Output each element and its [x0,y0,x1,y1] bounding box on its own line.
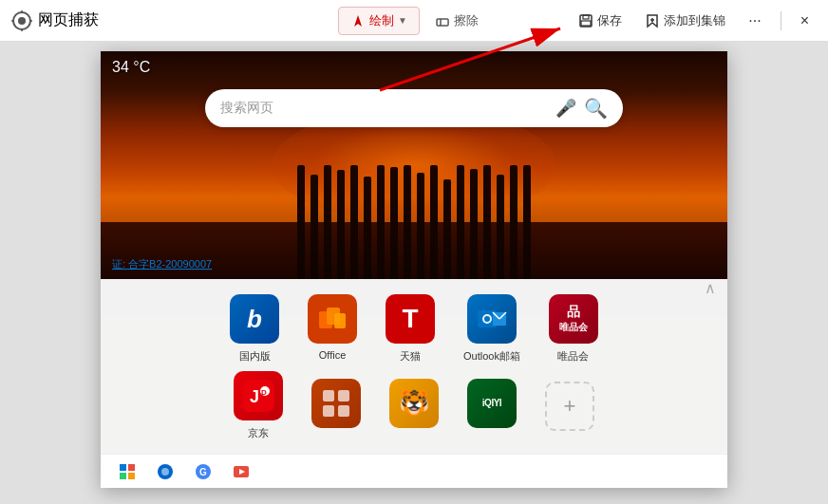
office-icon [308,294,357,344]
svg-text:D: D [261,388,267,397]
vip-label: 唯品会 [557,349,589,364]
svg-rect-35 [120,473,126,479]
taskbar-icon-2[interactable] [154,460,177,483]
capture-icon [11,10,32,31]
svg-point-3 [18,17,26,25]
svg-marker-8 [354,15,362,27]
toolbar-separator [781,11,781,30]
vip-icon: 品唯品会 [549,294,598,344]
app-red-tile[interactable] [311,379,361,434]
svg-text:J: J [250,387,259,406]
jd-icon: J D [234,371,283,420]
search-placeholder: 搜索网页 [220,100,548,117]
license-text[interactable]: 证: 合字B2-20090007 [112,257,212,271]
svg-rect-32 [338,405,349,417]
search-button[interactable]: 🔍 [584,97,608,120]
draw-button[interactable]: 绘制 ▼ [338,7,420,35]
svg-rect-36 [128,473,135,479]
app-office[interactable]: Office [308,294,357,364]
svg-rect-9 [437,19,448,26]
collect-icon [645,13,660,28]
svg-point-21 [484,316,490,322]
svg-rect-29 [323,390,334,401]
iqiyi-icon: iQIYI [467,379,517,428]
main-content: 34 °C 搜索网页 🎤 🔍 ∧ 证: 合字B2-20090007 b 国内版 [0,42,828,504]
save-button[interactable]: 保存 [571,9,630,33]
apps-row-2: J D 京东 [101,371,727,448]
more-button[interactable]: ··· [741,9,768,33]
save-icon [578,13,593,28]
close-button[interactable]: × [793,9,817,33]
guoneiban-icon: b [230,294,279,344]
svg-rect-34 [128,464,135,471]
tianmao-label: 天猫 [400,349,421,364]
erase-icon [435,13,450,28]
add-app-button[interactable]: + [545,382,594,431]
draw-icon [350,13,366,28]
svg-rect-33 [120,464,126,471]
search-bar: 搜索网页 🎤 🔍 [205,89,623,127]
toolbar: 网页捕获 绘制 ▼ 擦除 保存 [0,0,828,42]
app-iqiyi[interactable]: iQIYI [467,379,517,434]
add-to-collect-button[interactable]: 添加到集锦 [637,9,733,33]
tianmao-icon: T [386,294,435,344]
toolbar-right: 保存 添加到集锦 ··· × [571,9,817,33]
outlook-label: Outlook邮箱 [463,349,520,364]
svg-rect-31 [323,405,334,417]
jd-label: 京东 [248,426,269,440]
apps-row-1: b 国内版 Office T [101,279,727,371]
toolbar-center: 绘制 ▼ 擦除 [338,7,490,35]
app-jd[interactable]: J D 京东 [234,371,283,440]
red-tile-icon [311,379,361,428]
erase-button[interactable]: 擦除 [423,8,490,34]
outlook-icon [467,294,517,344]
app-guoneiban[interactable]: b 国内版 [230,294,279,364]
bear-icon: 🐯 [389,379,439,428]
scroll-up-button[interactable]: ∧ [705,279,716,297]
temperature-display: 34 °C [112,59,150,76]
app-vip[interactable]: 品唯品会 唯品会 [549,294,598,364]
taskbar-partial: G [101,454,727,488]
taskbar-icon-4[interactable] [230,460,253,483]
guoneiban-label: 国内版 [239,349,271,364]
svg-text:G: G [199,467,207,477]
taskbar-icon-3[interactable]: G [192,460,215,483]
svg-rect-30 [338,390,349,401]
app-bear[interactable]: 🐯 [389,379,439,434]
app-outlook[interactable]: Outlook邮箱 [463,294,520,364]
browser-window: 34 °C 搜索网页 🎤 🔍 ∧ 证: 合字B2-20090007 b 国内版 [101,51,727,488]
office-label: Office [319,349,347,361]
app-tianmao[interactable]: T 天猫 [386,294,435,364]
svg-point-38 [161,468,169,476]
draw-dropdown-arrow: ▼ [398,15,407,26]
svg-rect-18 [334,313,346,328]
microphone-icon[interactable]: 🎤 [555,98,576,119]
svg-rect-13 [581,21,591,26]
taskbar-icon-1[interactable] [116,460,139,483]
toolbar-title: 网页捕获 [38,10,99,30]
search-input-wrap[interactable]: 搜索网页 🎤 🔍 [205,89,623,127]
